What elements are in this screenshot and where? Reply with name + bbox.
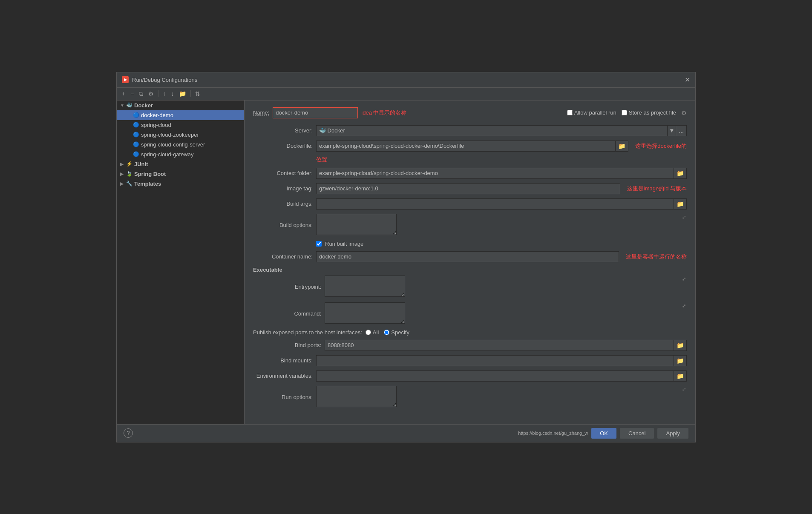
move-down-button[interactable]: ↓ xyxy=(169,89,176,98)
settings-button[interactable]: ⚙ xyxy=(147,89,155,98)
sc-zoo-label: spring-cloud-zookeeper xyxy=(141,132,199,138)
radio-group: All Specify xyxy=(366,329,409,336)
bottom-left: ? xyxy=(124,428,133,438)
wrench-icon: 🔧 xyxy=(126,181,132,187)
bind-mounts-browse-btn[interactable]: 📁 xyxy=(674,355,687,366)
build-options-input[interactable] xyxy=(316,214,397,235)
radio-all-text: All xyxy=(373,329,379,336)
env-vars-input[interactable] xyxy=(316,370,674,382)
help-button[interactable]: ? xyxy=(124,428,133,438)
run-options-row: Run options: ⤢ xyxy=(253,386,687,408)
image-tag-annotation: 这里是image的id 与版本 xyxy=(627,185,687,192)
bind-ports-input-group: 📁 xyxy=(325,340,687,351)
command-row: Command: ⤢ xyxy=(262,302,687,325)
bind-ports-input[interactable] xyxy=(325,340,674,351)
apply-button[interactable]: Apply xyxy=(657,428,688,439)
radio-specify[interactable] xyxy=(384,330,389,335)
move-up-button[interactable]: ↑ xyxy=(161,89,167,98)
tree-item-templates[interactable]: ▶ 🔧 Templates xyxy=(117,179,244,189)
build-args-browse-btn[interactable]: 📁 xyxy=(674,198,687,210)
server-dropdown-btn[interactable]: ▼ xyxy=(668,125,676,136)
run-built-image-row: Run built image xyxy=(253,241,687,247)
bind-mounts-input[interactable] xyxy=(316,355,674,366)
tree-item-docker[interactable]: ▼ 🐳 Docker xyxy=(117,101,244,110)
tree-item-docker-demo[interactable]: 🔵 docker-demo xyxy=(117,110,244,120)
separator-2 xyxy=(190,90,191,97)
dockerfile-row: Dockerfile: 📁 这里选择dockerfile的 xyxy=(253,141,687,152)
server-input-group: 🐳 Docker ▼ ... xyxy=(316,125,687,136)
context-folder-input-group: 📁 xyxy=(316,168,687,179)
build-options-row: Build options: ⤢ xyxy=(253,214,687,236)
templates-arrow: ▶ xyxy=(120,181,124,186)
container-name-input[interactable] xyxy=(316,251,619,262)
entrypoint-input[interactable] xyxy=(325,276,405,297)
springboot-label: Spring Boot xyxy=(134,171,166,177)
context-folder-row: Context folder: 📁 xyxy=(253,168,687,179)
server-label: Server: xyxy=(253,127,313,134)
junit-icon: ⚡ xyxy=(126,161,132,167)
tree-item-springboot[interactable]: ▶ 🍃 Spring Boot xyxy=(117,169,244,179)
env-vars-row: Environment variables: 📁 xyxy=(253,370,687,382)
server-more-btn[interactable]: ... xyxy=(676,125,687,136)
spring-cloud-icon: 🔵 xyxy=(133,122,139,128)
allow-parallel-label: Allow parallel run xyxy=(574,109,616,116)
run-built-image-checkbox[interactable] xyxy=(316,241,322,247)
close-button[interactable]: ✕ xyxy=(685,76,690,84)
tree-item-spring-cloud-gateway[interactable]: 🔵 spring-cloud-gateway xyxy=(117,149,244,159)
main-content: ▼ 🐳 Docker 🔵 docker-demo 🔵 spring-cloud … xyxy=(117,101,695,424)
app-icon: ▶ xyxy=(122,76,129,83)
entrypoint-wrapper: ⤢ xyxy=(325,276,687,298)
dockerfile-label: Dockerfile: xyxy=(253,143,313,149)
gear-icon[interactable]: ⚙ xyxy=(681,109,687,116)
context-folder-browse-btn[interactable]: 📁 xyxy=(674,168,687,179)
sort-button[interactable]: ⇅ xyxy=(193,89,202,98)
sc-gw-label: spring-cloud-gateway xyxy=(141,151,194,158)
docker-arrow: ▼ xyxy=(120,103,124,108)
env-vars-browse-btn[interactable]: 📁 xyxy=(674,370,687,382)
tree-item-spring-cloud[interactable]: 🔵 spring-cloud xyxy=(117,120,244,130)
tree-item-spring-cloud-zookeeper[interactable]: 🔵 spring-cloud-zookeeper xyxy=(117,130,244,140)
sc-zoo-icon: 🔵 xyxy=(133,132,139,138)
copy-config-button[interactable]: ⧉ xyxy=(137,89,145,98)
title-bar-left: ▶ Run/Debug Configurations xyxy=(122,76,197,83)
folder-button[interactable]: 📁 xyxy=(177,89,188,98)
server-row: Server: 🐳 Docker ▼ ... xyxy=(253,125,687,136)
store-project-checkbox[interactable] xyxy=(622,110,627,115)
run-options-expand-icon[interactable]: ⤢ xyxy=(682,387,686,392)
bind-mounts-input-group: 📁 xyxy=(316,355,687,366)
executable-header: Executable xyxy=(253,267,687,273)
context-folder-input[interactable] xyxy=(316,168,674,179)
dockerfile-browse-btn[interactable]: 📁 xyxy=(616,141,628,152)
remove-config-button[interactable]: − xyxy=(129,89,135,98)
sc-config-icon: 🔵 xyxy=(133,141,139,147)
name-input[interactable] xyxy=(273,107,358,118)
command-input[interactable] xyxy=(325,302,405,324)
ok-button[interactable]: OK xyxy=(591,428,616,439)
run-options-input[interactable] xyxy=(316,386,397,407)
tree-item-junit[interactable]: ▶ ⚡ JUnit xyxy=(117,159,244,169)
bind-ports-browse-btn[interactable]: 📁 xyxy=(674,340,687,351)
build-args-input[interactable] xyxy=(316,198,674,210)
title-bar: ▶ Run/Debug Configurations ✕ xyxy=(117,72,695,88)
entrypoint-expand-icon[interactable]: ⤢ xyxy=(682,276,686,282)
docker-icon: 🐳 xyxy=(126,102,132,108)
store-project-option: Store as project file xyxy=(622,109,676,116)
radio-all[interactable] xyxy=(366,330,371,335)
expand-icon[interactable]: ⤢ xyxy=(682,215,686,220)
springboot-arrow: ▶ xyxy=(120,172,124,176)
image-tag-input[interactable] xyxy=(316,183,620,194)
add-config-button[interactable]: + xyxy=(120,89,127,98)
executable-section: Entrypoint: ⤢ Command: ⤢ xyxy=(253,276,687,325)
cancel-button[interactable]: Cancel xyxy=(620,428,654,439)
env-vars-input-group: 📁 xyxy=(316,370,687,382)
dockerfile-annotation2-row: 位置 xyxy=(253,156,687,164)
allow-parallel-checkbox[interactable] xyxy=(567,110,573,115)
bind-mounts-label: Bind mounts: xyxy=(253,357,313,364)
run-built-image-label: Run built image xyxy=(325,241,363,247)
command-expand-icon[interactable]: ⤢ xyxy=(682,303,686,309)
bind-ports-row: Bind ports: 📁 xyxy=(253,340,687,351)
dialog-title: Run/Debug Configurations xyxy=(132,77,197,83)
tree-item-spring-cloud-config-server[interactable]: 🔵 spring-cloud-config-server xyxy=(117,140,244,149)
toolbar: + − ⧉ ⚙ ↑ ↓ 📁 ⇅ xyxy=(117,88,695,101)
dockerfile-input[interactable] xyxy=(316,141,616,152)
